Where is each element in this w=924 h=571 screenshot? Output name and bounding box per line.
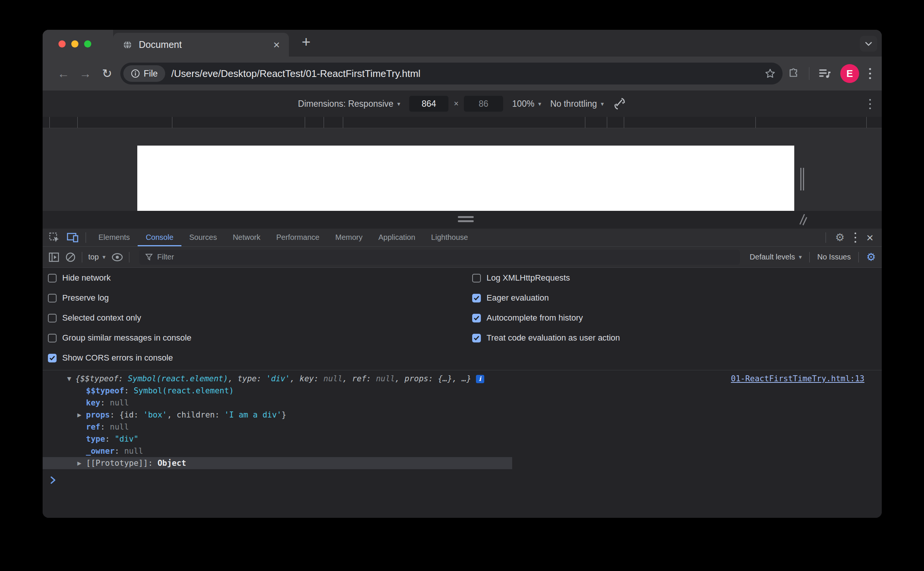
back-button[interactable]: ← — [52, 67, 74, 81]
console-setting[interactable]: Show CORS errors in console — [48, 352, 191, 364]
setting-label: Treat code evaluation as user action — [486, 333, 620, 343]
resize-handle-corner[interactable] — [797, 212, 808, 225]
toggle-device-toolbar-icon[interactable] — [67, 232, 79, 243]
close-window-button[interactable] — [59, 40, 66, 48]
expand-toggle-icon[interactable]: ▶ — [77, 457, 82, 469]
toolbar-separator — [86, 232, 86, 243]
console-setting[interactable]: Preserve log — [48, 292, 191, 304]
tab-lighthouse[interactable]: Lighthouse — [423, 228, 476, 246]
console-object-row[interactable]: ref: null — [43, 421, 882, 433]
setting-label: Selected context only — [62, 313, 141, 323]
expand-toggle-icon[interactable]: ▶ — [77, 409, 82, 421]
forward-button[interactable]: → — [74, 67, 96, 81]
omnibox[interactable]: File /Users/eve/Desktop/ReactTest/01-Rea… — [120, 63, 782, 85]
resize-handle-right[interactable] — [800, 168, 804, 190]
checkbox-checked[interactable] — [472, 334, 481, 343]
tab-sources[interactable]: Sources — [181, 228, 225, 246]
tab-search-chevron-button[interactable] — [860, 36, 877, 52]
dropdown-caret-icon: ▾ — [538, 100, 541, 108]
tab-elements[interactable]: Elements — [91, 228, 138, 246]
collapse-toggle-icon[interactable]: ▼ — [67, 373, 71, 385]
toolbar-separator — [82, 252, 82, 262]
tab-memory[interactable]: Memory — [327, 228, 370, 246]
site-info-chip[interactable]: File — [123, 65, 165, 82]
new-tab-button[interactable]: + — [302, 34, 310, 51]
devtools-menu-kebab-icon[interactable] — [853, 231, 857, 244]
console-setting[interactable]: Hide network — [48, 272, 191, 284]
zoom-dropdown[interactable]: 100% ▾ — [512, 99, 541, 109]
checkbox-checked[interactable] — [48, 354, 57, 363]
console-message: ▼ {$$typeof: Symbol(react.element), type… — [43, 370, 882, 469]
tab-title: Document — [139, 39, 267, 50]
console-settings-gear-icon[interactable]: ⚙ — [866, 252, 876, 262]
extensions-puzzle-icon[interactable] — [788, 68, 800, 80]
live-expression-eye-icon[interactable] — [112, 253, 123, 261]
console-panel: Hide networkPreserve logSelected context… — [43, 268, 882, 518]
console-setting[interactable]: Group similar messages in console — [48, 332, 191, 344]
console-setting[interactable]: Treat code evaluation as user action — [472, 332, 620, 344]
checkbox-checked[interactable] — [472, 294, 481, 302]
console-setting[interactable]: Autocomplete from history — [472, 312, 620, 324]
console-object-row[interactable]: _owner: null — [43, 445, 882, 457]
log-levels-dropdown[interactable]: Default levels ▾ — [750, 253, 802, 261]
checkbox-unchecked[interactable] — [472, 274, 481, 282]
issues-counter[interactable]: No Issues — [817, 253, 851, 261]
console-object-row[interactable]: ▶props: {id: 'box', children: 'I am a di… — [43, 409, 882, 421]
profile-avatar[interactable]: E — [840, 64, 859, 83]
console-insights-badge[interactable]: i — [476, 375, 484, 383]
devtools-close-icon[interactable]: × — [866, 231, 873, 244]
dimensions-dropdown[interactable]: Dimensions: Responsive ▾ — [298, 99, 400, 109]
console-setting[interactable]: Log XMLHttpRequests — [472, 272, 620, 284]
console-prompt-chevron-icon[interactable] — [50, 476, 56, 484]
viewport-width-input[interactable] — [409, 96, 449, 112]
viewport-height-input[interactable] — [464, 96, 503, 112]
toolbar-separator — [129, 252, 130, 262]
url-text[interactable]: /Users/eve/Desktop/ReactTest/01-ReactFir… — [171, 68, 759, 80]
console-object-row[interactable]: type: "div" — [43, 433, 882, 445]
levels-label: Default levels — [750, 253, 795, 261]
inspect-element-icon[interactable] — [49, 232, 60, 243]
console-log-summary[interactable]: ▼ {$$typeof: Symbol(react.element), type… — [43, 373, 882, 385]
globe-icon — [122, 40, 133, 50]
media-playlist-icon[interactable] — [818, 68, 831, 79]
clear-console-icon[interactable] — [65, 252, 76, 262]
tab-close-icon[interactable]: × — [273, 39, 280, 51]
console-setting[interactable]: Selected context only — [48, 312, 191, 324]
reload-button[interactable]: ↻ — [96, 66, 118, 81]
source-link[interactable]: 01-ReactFirstTimeTry.html:13 — [731, 373, 864, 385]
console-sidebar-icon[interactable] — [49, 252, 59, 262]
resize-handle-bottom[interactable] — [458, 216, 474, 222]
bookmark-star-icon[interactable] — [765, 68, 776, 79]
checkbox-checked[interactable] — [472, 314, 481, 323]
minimize-window-button[interactable] — [71, 40, 79, 48]
console-object-row[interactable]: $$typeof: Symbol(react.element) — [43, 385, 882, 397]
ruler-tick — [756, 117, 756, 128]
ruler-tick — [324, 117, 324, 128]
devtools-settings-gear-icon[interactable]: ⚙ — [835, 232, 844, 243]
browser-tab[interactable]: Document × — [113, 33, 289, 57]
setting-label: Log XMLHttpRequests — [486, 273, 570, 283]
tab-console[interactable]: Console — [138, 228, 181, 246]
checkbox-unchecked[interactable] — [48, 294, 57, 302]
maximize-window-button[interactable] — [84, 40, 91, 48]
checkbox-unchecked[interactable] — [48, 314, 57, 323]
page-viewport[interactable] — [137, 145, 794, 211]
console-object-row[interactable]: key: null — [43, 397, 882, 409]
tab-network[interactable]: Network — [225, 228, 268, 246]
tab-performance[interactable]: Performance — [268, 228, 328, 246]
setting-label: Show CORS errors in console — [62, 353, 173, 363]
device-toolbar-menu-kebab-icon[interactable] — [868, 98, 872, 110]
tab-application[interactable]: Application — [370, 228, 423, 246]
console-filter[interactable] — [139, 250, 740, 265]
rotate-viewport-icon[interactable] — [613, 97, 626, 111]
throttling-dropdown[interactable]: No throttling ▾ — [550, 99, 604, 109]
checkbox-unchecked[interactable] — [48, 274, 57, 282]
filter-input[interactable] — [157, 253, 734, 261]
browser-menu-kebab-icon[interactable] — [868, 67, 872, 80]
console-object-row[interactable]: ▶[[Prototype]]: Object — [43, 457, 512, 469]
toolbar-separator — [809, 67, 809, 80]
console-setting[interactable]: Eager evaluation — [472, 292, 620, 304]
execution-context-dropdown[interactable]: top ▾ — [88, 253, 106, 261]
setting-label: Eager evaluation — [486, 293, 549, 303]
checkbox-unchecked[interactable] — [48, 334, 57, 343]
